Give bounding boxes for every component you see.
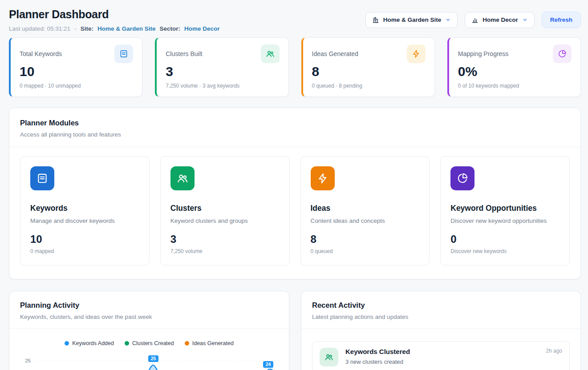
recent-activity-card: Recent Activity Latest planning actions … [301,291,581,370]
building-icon [372,16,379,24]
legend-label: Ideas Generated [192,340,234,346]
planner-modules-subtitle: Access all planning tools and features [20,131,570,138]
refresh-button[interactable]: Refresh [542,12,581,28]
legend-item-ideas-generated: Ideas Generated [185,340,234,346]
module-value: 10 [30,233,139,245]
legend-dot-green [125,341,129,346]
chart-legend: Keywords Added Clusters Created Ideas Ge… [20,340,278,346]
stat-label: Mapping Progress [458,50,509,57]
module-value: 8 [311,233,420,245]
planning-activity-title: Planning Activity [20,301,278,310]
module-title: Ideas [311,204,420,213]
stat-card-header: Clusters Built [166,44,279,63]
activity-item-description: 3 new clusters created [345,358,562,365]
file-text-icon [30,166,54,190]
meta-separator: · [74,25,77,32]
sector-label: Sector: [159,25,180,32]
stat-value: 8 [312,64,426,79]
planning-activity-header: Planning Activity Keywords, clusters, an… [9,291,289,329]
module-detail: 0 mapped [30,248,139,254]
legend-dot-blue [65,341,69,346]
recent-activity-list: Keywords Clustered 2h ago 3 new clusters… [301,329,580,370]
chevron-down-icon [522,17,528,23]
recent-activity-header: Recent Activity Latest planning actions … [301,291,580,329]
module-description: Keyword clusters and groups [170,217,280,224]
stat-detail: 0 mapped · 10 unmapped [20,83,133,89]
activity-item-body: Keywords Clustered 2h ago 3 new clusters… [345,348,562,366]
pie-chart-icon [450,166,474,190]
lightning-icon [407,44,426,63]
svg-text:25: 25 [151,356,156,361]
top-bar: Planner Dashboard Last updated: 05:31:21… [9,8,581,32]
sector-link[interactable]: Home Decor [184,25,220,32]
stat-card-header: Mapping Progress [458,44,572,63]
lightning-icon [311,166,335,190]
module-card-keywords[interactable]: Keywords Manage and discover keywords 10… [20,156,150,265]
users-icon [320,348,338,366]
file-text-icon [114,44,133,63]
stat-label: Clusters Built [166,50,202,57]
module-description: Content ideas and concepts [311,217,420,224]
planning-activity-chart: 25 25 24 [20,354,278,370]
activity-item-title: Keywords Clustered [345,348,410,355]
planning-activity-body: Keywords Added Clusters Created Ideas Ge… [9,329,289,370]
site-link[interactable]: Home & Garden Site [97,25,156,32]
users-icon [170,166,195,190]
module-card-keyword-opportunities[interactable]: Keyword Opportunities Discover new keywo… [440,156,570,265]
stat-card-mapping-progress: Mapping Progress 0% 0 of 10 keywords map… [447,37,581,97]
area-chart-svg: 25 24 [34,354,278,370]
legend-label: Keywords Added [72,340,114,346]
planner-modules-panel: Planner Modules Access all planning tool… [9,108,581,279]
header-meta: Last updated: 05:31:21 · Site: Home & Ga… [9,25,219,32]
y-axis-tick: 25 [20,358,34,370]
header-controls: Home & Garden Site Home Decor Refresh [365,12,581,28]
activity-item-top: Keywords Clustered 2h ago [345,348,562,355]
site-selector-dropdown[interactable]: Home & Garden Site [365,12,458,28]
legend-label: Clusters Created [132,340,174,346]
pie-chart-icon [553,44,572,63]
stat-detail: 0 queued · 8 pending [312,83,426,89]
bar-chart-icon [471,16,479,24]
module-title: Clusters [170,204,280,213]
module-title: Keyword Opportunities [450,204,560,213]
module-cards-grid: Keywords Manage and discover keywords 10… [9,147,580,279]
module-card-ideas[interactable]: Ideas Content ideas and concepts 8 0 que… [300,156,430,265]
planner-dashboard-page: Planner Dashboard Last updated: 05:31:21… [0,0,588,370]
planner-modules-title: Planner Modules [20,119,570,127]
stat-card-ideas-generated: Ideas Generated 8 0 queued · 8 pending [301,37,435,97]
module-detail: 0 queued [311,248,420,254]
point-label-badge: 24 [263,361,273,368]
activity-item-time: 2h ago [546,348,562,354]
stat-label: Total Keywords [20,50,62,57]
module-title: Keywords [30,204,139,213]
module-value: 0 [450,233,560,245]
module-card-clusters[interactable]: Clusters Keyword clusters and groups 3 7… [160,156,290,265]
bottom-row: Planning Activity Keywords, clusters, an… [9,291,581,370]
legend-item-keywords-added: Keywords Added [65,340,114,346]
module-description: Discover new keyword opportunities [450,217,560,224]
module-value: 3 [170,233,280,245]
chevron-down-icon [445,17,451,23]
stat-value: 3 [166,64,279,79]
svg-text:24: 24 [266,362,271,367]
stat-value: 10 [20,64,133,79]
area-line [34,365,278,370]
page-title: Planner Dashboard [9,8,219,21]
sector-selector-dropdown[interactable]: Home Decor [465,12,535,28]
stat-cards-row: Total Keywords 10 0 mapped · 10 unmapped… [9,37,581,97]
legend-item-clusters-created: Clusters Created [125,340,174,346]
stat-card-header: Ideas Generated [312,44,426,63]
stat-value: 0% [458,64,572,79]
stat-detail: 7,250 volume · 3 avg keywords [166,83,279,89]
stat-card-clusters-built: Clusters Built 3 7,250 volume · 3 avg ke… [155,37,288,97]
recent-activity-subtitle: Latest planning actions and updates [312,314,570,320]
planning-activity-subtitle: Keywords, clusters, and ideas over the p… [20,314,278,320]
sector-selector-label: Home Decor [483,16,518,23]
point-label-badge: 25 [148,355,158,362]
last-updated-text: Last updated: 05:31:21 [9,25,70,32]
activity-item-keywords-clustered: Keywords Clustered 2h ago 3 new clusters… [312,341,570,370]
stat-label: Ideas Generated [312,50,358,57]
module-detail: Discover new keywords [450,248,560,254]
stat-card-header: Total Keywords [20,44,133,63]
site-selector-label: Home & Garden Site [383,16,442,23]
